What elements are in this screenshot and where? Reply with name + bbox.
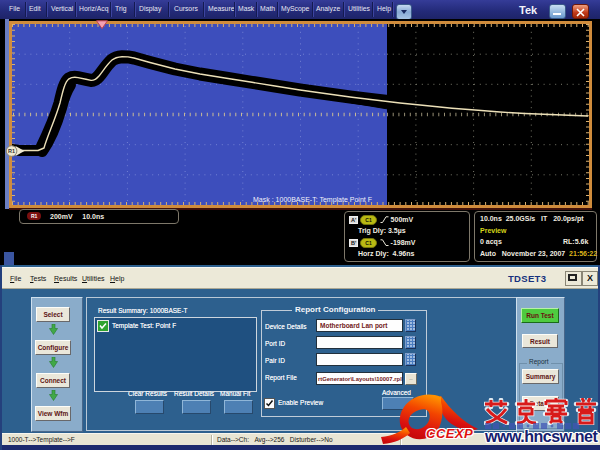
svg-text:R1: R1 <box>8 148 15 154</box>
